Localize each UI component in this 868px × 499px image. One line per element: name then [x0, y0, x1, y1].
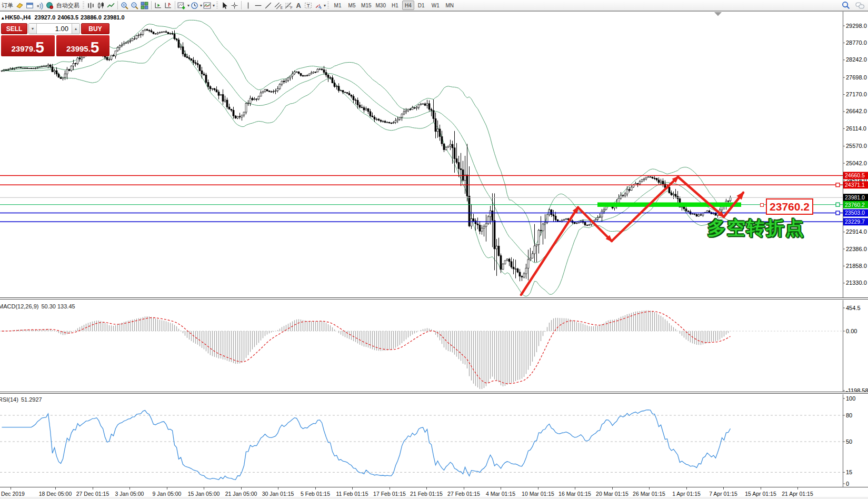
- timeframe-button-h1[interactable]: H1: [388, 1, 402, 10]
- arrows-dropdown-caret[interactable]: ▾: [324, 3, 326, 8]
- text-label-icon[interactable]: T: [303, 1, 313, 10]
- toolbar-grip[interactable]: [83, 2, 84, 9]
- horizontal-line-icon[interactable]: [253, 1, 263, 10]
- main-chart-canvas[interactable]: 29298.028770.028242.027698.027170.026642…: [0, 11, 868, 298]
- timeframe-button-m30[interactable]: M30: [374, 1, 388, 10]
- macd-indicator-label: MACD(12,26,9)50.30 133.45: [0, 303, 75, 310]
- time-tick: [167, 487, 167, 490]
- autotrading-label[interactable]: 自动交易: [55, 2, 81, 9]
- timeframe-button-h4[interactable]: H4: [402, 1, 414, 10]
- timeframe-button-m1[interactable]: M1: [331, 1, 345, 10]
- line-chart-icon[interactable]: [106, 1, 116, 10]
- zoom-out-icon[interactable]: [129, 1, 139, 10]
- bar-chart-icon[interactable]: [86, 1, 96, 10]
- svg-text:80: 80: [846, 412, 852, 418]
- volume-decrease-button[interactable]: ▾: [29, 24, 37, 34]
- auto-scroll-icon[interactable]: [153, 1, 163, 10]
- high-value: 24063.5: [57, 14, 78, 21]
- candlestick-chart-icon[interactable]: [96, 1, 106, 10]
- new-order-icon[interactable]: [15, 1, 25, 10]
- indicators-icon[interactable]: [177, 1, 187, 10]
- tile-windows-icon[interactable]: [139, 1, 149, 10]
- chart-shift-marker[interactable]: [714, 12, 722, 16]
- level-price-label: 23760.2: [845, 202, 865, 208]
- svg-text:29298.0: 29298.0: [846, 23, 867, 29]
- signal-icon[interactable]: [35, 1, 45, 10]
- period-icon[interactable]: [189, 1, 199, 10]
- chart-shift-icon[interactable]: [163, 1, 173, 10]
- svg-text:E: E: [280, 6, 282, 9]
- timeframe-button-d1[interactable]: D1: [414, 1, 428, 10]
- window-bottom-strip: [0, 497, 868, 499]
- volume-input[interactable]: 1.00: [37, 24, 72, 34]
- svg-text:25042.0: 25042.0: [846, 160, 867, 166]
- time-tick: [501, 487, 501, 490]
- rsi-indicator-label: RSI(14)51.2927: [0, 396, 42, 403]
- macd-panel-canvas[interactable]: 454.50.00-1198.58: [0, 300, 868, 392]
- vertical-line-icon[interactable]: [243, 1, 253, 10]
- svg-text:28770.0: 28770.0: [846, 39, 867, 46]
- time-tick: [649, 487, 650, 490]
- new-order-label[interactable]: 订单: [0, 2, 15, 9]
- crosshair-icon[interactable]: [230, 1, 240, 10]
- macd-values: 50.30 133.45: [41, 303, 75, 310]
- time-tick: [11, 487, 11, 490]
- cursor-icon[interactable]: [220, 1, 230, 10]
- sell-button[interactable]: SELL: [1, 23, 27, 34]
- level-price-label: 24371.1: [845, 182, 865, 188]
- level-price-label: 23503.0: [845, 209, 865, 216]
- time-label: 15 Apr 01:15: [745, 491, 776, 497]
- time-tick: [278, 487, 278, 490]
- time-label: 9 Jan 05:00: [153, 491, 182, 497]
- chat-icon[interactable]: [855, 1, 865, 10]
- svg-text:0.00: 0.00: [846, 328, 857, 334]
- template-icon[interactable]: [202, 1, 212, 10]
- trendline-icon[interactable]: [263, 1, 273, 10]
- timeframe-button-m5[interactable]: M5: [345, 1, 359, 10]
- time-label: 21 Feb 01:15: [410, 491, 443, 497]
- toolbar-grip[interactable]: [216, 2, 218, 9]
- turning-point-annotation[interactable]: 多空转折点: [707, 216, 805, 241]
- price-callout-box[interactable]: 23760.2: [766, 198, 813, 215]
- buy-price-button[interactable]: 23995. 5: [56, 35, 110, 56]
- equidistant-channel-icon[interactable]: E: [273, 1, 283, 10]
- search-icon[interactable]: [841, 1, 851, 10]
- time-label: 11 Feb 01:15: [336, 491, 368, 497]
- panel-separator[interactable]: [0, 297, 868, 300]
- time-tick: [797, 487, 798, 490]
- template-dropdown-caret[interactable]: ▾: [213, 3, 215, 8]
- text-icon[interactable]: A: [293, 1, 303, 10]
- autotrading-icon[interactable]: [45, 1, 55, 10]
- rsi-axis: 1008050150: [843, 395, 855, 487]
- panel-separator[interactable]: [0, 392, 868, 394]
- toolbar-grip[interactable]: [327, 2, 329, 9]
- svg-text:21330.0: 21330.0: [846, 280, 867, 286]
- timeframe-button-mn[interactable]: MN: [443, 1, 457, 10]
- fibonacci-icon[interactable]: F: [283, 1, 293, 10]
- arrows-icon[interactable]: [313, 1, 323, 10]
- time-label: 18 Dec 05:00: [39, 491, 72, 497]
- volume-increase-button[interactable]: ▴: [72, 24, 79, 34]
- price-axis: 29298.028770.028242.027698.027170.026642…: [843, 23, 868, 298]
- svg-text:26642.0: 26642.0: [846, 108, 867, 114]
- time-label: 30 Jan 01:15: [262, 491, 294, 497]
- oneclick-toggle-icon[interactable]: ▴: [2, 15, 4, 21]
- rsi-name: RSI(14): [0, 396, 18, 403]
- buy-button[interactable]: BUY: [81, 23, 109, 34]
- svg-text:F: F: [290, 6, 292, 9]
- svg-text:25570.0: 25570.0: [846, 143, 867, 149]
- rsi-panel-canvas[interactable]: 1008050150: [0, 394, 868, 487]
- chart-ohlc-header: ▴HK50-,H4 23927.024063.523886.023981.0: [2, 14, 127, 21]
- time-tick: [390, 487, 390, 490]
- svg-text:15: 15: [846, 469, 852, 475]
- time-tick: [241, 487, 242, 490]
- time-label: 15 Jan 05:00: [188, 491, 220, 497]
- macd-histogram: [2, 311, 731, 390]
- timeframe-button-m15[interactable]: M15: [359, 1, 373, 10]
- timeframe-button-w1[interactable]: W1: [428, 1, 443, 10]
- zoom-in-icon[interactable]: [119, 1, 129, 10]
- sell-price-button[interactable]: 23979. 5: [1, 35, 55, 56]
- price-callout-anchor[interactable]: [760, 203, 764, 207]
- time-tick: [612, 487, 613, 490]
- market-watch-icon[interactable]: [25, 1, 35, 10]
